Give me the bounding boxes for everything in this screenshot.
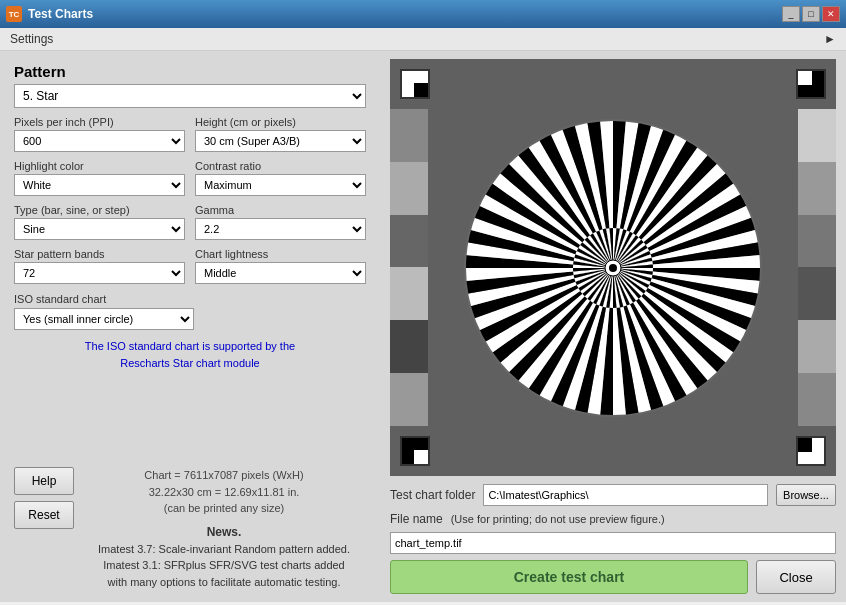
gray-swatch-1 [390,109,428,162]
gray-swatch-2 [390,162,428,215]
gray-swatch-r3 [798,215,836,268]
corner-marker-tr [796,69,826,99]
gamma-field: Gamma 2.2 [195,204,366,240]
close-button[interactable]: Close [756,560,836,594]
pattern-title: Pattern [14,63,366,80]
folder-label: Test chart folder [390,488,475,502]
bands-select[interactable]: 72 [14,262,185,284]
window-title: Test Charts [28,7,93,21]
settings-arrow: ► [824,32,836,46]
help-button[interactable]: Help [14,467,74,495]
corner-marker-bl [400,436,430,466]
news-item-2: Imatest 3.1: SFRplus SFR/SVG test charts… [103,559,345,571]
bands-field: Star pattern bands 72 [14,248,185,284]
app-icon: TC [6,6,22,22]
minimize-button[interactable]: _ [782,6,800,22]
corner-marker-tl [400,69,430,99]
highlight-select[interactable]: White [14,174,185,196]
highlight-field: Highlight color White [14,160,185,196]
ppi-field: Pixels per inch (PPI) 600 [14,116,185,152]
iso-field: ISO standard chart Yes (small inner circ… [14,292,366,330]
chart-info: Chart = 7611x7087 pixels (WxH) 32.22x30 … [82,467,366,517]
filename-input[interactable] [390,532,836,554]
folder-input[interactable] [483,484,768,506]
lightness-label: Chart lightness [195,248,366,260]
gray-strip-left [390,109,428,426]
info-news-area: Chart = 7611x7087 pixels (WxH) 32.22x30 … [82,467,366,590]
lightness-field: Chart lightness Middle [195,248,366,284]
gamma-label: Gamma [195,204,366,216]
gray-swatch-r5 [798,320,836,373]
browse-button[interactable]: Browse... [776,484,836,506]
close-window-button[interactable]: ✕ [822,6,840,22]
type-field: Type (bar, sine, or step) Sine [14,204,185,240]
gray-strip-right [798,109,836,426]
maximize-button[interactable]: □ [802,6,820,22]
bottom-controls: Test chart folder Browse... File name (U… [390,484,836,594]
left-panel: Pattern 5. Star Pixels per inch (PPI) 60… [0,51,380,602]
type-select[interactable]: Sine [14,218,185,240]
ppi-height-group: Pixels per inch (PPI) 600 Height (cm or … [14,116,366,152]
lightness-select[interactable]: Middle [195,262,366,284]
ppi-select[interactable]: 600 [14,130,185,152]
filename-label: File name [390,512,443,526]
highlight-contrast-group: Highlight color White Contrast ratio Max… [14,160,366,196]
right-panel: Test chart folder Browse... File name (U… [380,51,846,602]
chart-preview [390,59,836,476]
create-test-chart-button[interactable]: Create test chart [390,560,748,594]
ppi-label: Pixels per inch (PPI) [14,116,185,128]
star-chart-svg [463,118,763,418]
bottom-area: Help Reset Chart = 7611x7087 pixels (WxH… [14,467,366,590]
action-buttons: Help Reset [14,467,74,529]
height-select[interactable]: 30 cm (Super A3/B) [195,130,366,152]
gray-swatch-r1 [798,109,836,162]
title-bar: TC Test Charts _ □ ✕ [0,0,846,28]
window-controls: _ □ ✕ [782,6,840,22]
contrast-select[interactable]: Maximum [195,174,366,196]
contrast-field: Contrast ratio Maximum [195,160,366,196]
gray-swatch-r6 [798,373,836,426]
gray-swatch-6 [390,373,428,426]
gamma-select[interactable]: 2.2 [195,218,366,240]
pattern-select[interactable]: 5. Star [14,84,366,108]
gray-swatch-r4 [798,267,836,320]
highlight-label: Highlight color [14,160,185,172]
settings-bar: Settings ► [0,28,846,51]
main-content: Pattern 5. Star Pixels per inch (PPI) 60… [0,51,846,602]
corner-marker-br [796,436,826,466]
reset-button[interactable]: Reset [14,501,74,529]
type-label: Type (bar, sine, or step) [14,204,185,216]
news-item-3: with many options to facilitate automati… [108,576,341,588]
news-item-1: Imatest 3.7: Scale-invariant Random patt… [98,543,350,555]
iso-select[interactable]: Yes (small inner circle) [14,308,194,330]
iso-label: ISO standard chart [14,293,106,305]
news-area: News. Imatest 3.7: Scale-invariant Rando… [82,523,366,591]
height-label: Height (cm or pixels) [195,116,366,128]
height-field: Height (cm or pixels) 30 cm (Super A3/B) [195,116,366,152]
svg-point-3 [609,264,617,272]
pattern-section: Pattern 5. Star [14,63,366,108]
contrast-label: Contrast ratio [195,160,366,172]
bands-lightness-group: Star pattern bands 72 Chart lightness Mi… [14,248,366,284]
settings-label: Settings [10,32,53,46]
gray-swatch-r2 [798,162,836,215]
iso-note: The ISO standard chart is supported by t… [14,338,366,371]
action-row: Create test chart Close [390,560,836,594]
type-gamma-group: Type (bar, sine, or step) Sine Gamma 2.2 [14,204,366,240]
filename-note: (Use for printing; do not use preview fi… [451,513,665,525]
folder-row: Test chart folder Browse... [390,484,836,506]
gray-swatch-4 [390,267,428,320]
bands-label: Star pattern bands [14,248,185,260]
gray-swatch-3 [390,215,428,268]
filename-row: File name (Use for printing; do not use … [390,512,836,526]
gray-swatch-5 [390,320,428,373]
news-title: News. [207,525,242,539]
